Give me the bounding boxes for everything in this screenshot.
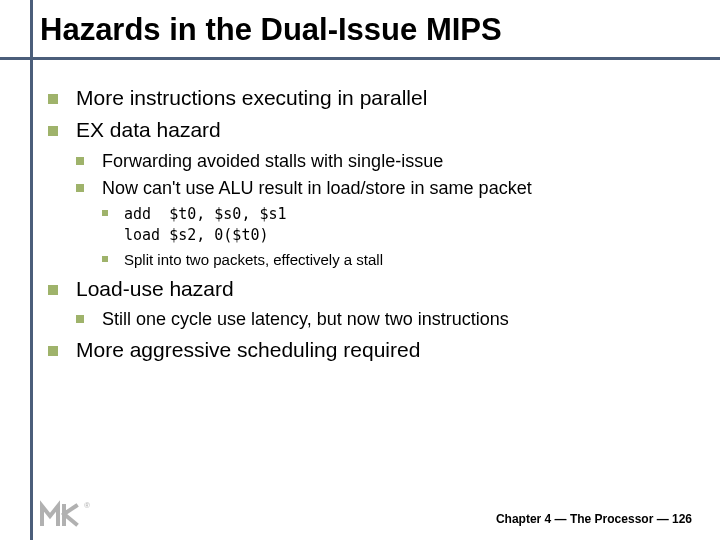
bullet-list: More instructions executing in parallel … <box>48 84 692 364</box>
list-item: More instructions executing in parallel <box>48 84 692 112</box>
horizontal-rule <box>0 57 720 60</box>
slide: Hazards in the Dual-Issue MIPS More inst… <box>0 0 720 540</box>
list-item: More aggressive scheduling required <box>48 336 692 364</box>
slide-title: Hazards in the Dual-Issue MIPS <box>40 12 720 54</box>
bullet-sublist: add $t0, $s0, $s1 load $s2, 0($t0) Split… <box>102 200 692 270</box>
bullet-text: Split into two packets, effectively a st… <box>124 251 383 268</box>
bullet-icon <box>48 94 58 104</box>
bullet-sublist: Forwarding avoided stalls with single-is… <box>76 145 692 270</box>
title-wrap: Hazards in the Dual-Issue MIPS <box>0 12 720 54</box>
bullet-sublist: Still one cycle use latency, but now two… <box>76 303 692 331</box>
slide-footer: Chapter 4 — The Processor — 126 <box>496 512 692 526</box>
code-block: add $t0, $s0, $s1 load $s2, 0($t0) <box>124 205 287 243</box>
bullet-text: EX data hazard <box>76 118 221 141</box>
bullet-text: Still one cycle use latency, but now two… <box>102 309 509 329</box>
bullet-text: More instructions executing in parallel <box>76 86 427 109</box>
mk-logo-icon: ® <box>40 500 96 528</box>
list-item: Load-use hazard Still one cycle use late… <box>48 275 692 332</box>
list-item: Still one cycle use latency, but now two… <box>76 307 692 331</box>
bullet-text: Load-use hazard <box>76 277 234 300</box>
publisher-logo: ® <box>40 500 96 528</box>
list-item: Split into two packets, effectively a st… <box>102 250 692 270</box>
list-item: EX data hazard Forwarding avoided stalls… <box>48 116 692 270</box>
bullet-text: More aggressive scheduling required <box>76 338 420 361</box>
vertical-rule <box>30 0 33 540</box>
bullet-icon <box>76 184 84 192</box>
bullet-icon <box>76 315 84 323</box>
svg-text:®: ® <box>84 501 90 510</box>
bullet-icon <box>102 256 108 262</box>
bullet-icon <box>102 210 108 216</box>
bullet-text: Now can't use ALU result in load/store i… <box>102 178 532 198</box>
list-item: Now can't use ALU result in load/store i… <box>76 176 692 270</box>
bullet-icon <box>76 157 84 165</box>
bullet-icon <box>48 346 58 356</box>
bullet-icon <box>48 126 58 136</box>
content-area: More instructions executing in parallel … <box>0 54 720 364</box>
bullet-text: Forwarding avoided stalls with single-is… <box>102 151 443 171</box>
bullet-icon <box>48 285 58 295</box>
list-item: add $t0, $s0, $s1 load $s2, 0($t0) <box>102 204 692 245</box>
list-item: Forwarding avoided stalls with single-is… <box>76 149 692 173</box>
